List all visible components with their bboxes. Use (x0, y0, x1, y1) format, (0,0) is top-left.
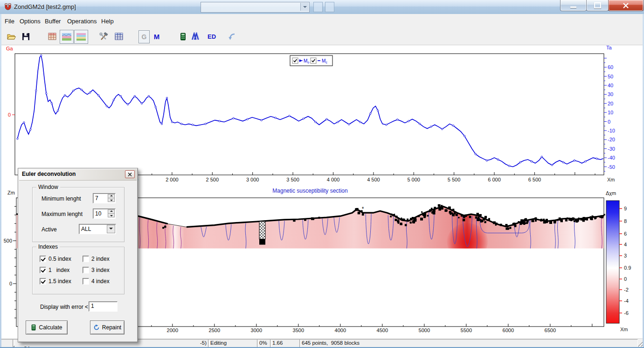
title-bar: ZondGM2d [test2.gmp] (0, 0, 644, 14)
svg-text:5000: 5000 (419, 327, 430, 333)
undo-arrow-icon (228, 33, 236, 41)
svg-text:30: 30 (608, 91, 613, 97)
chevron-down-icon[interactable] (107, 225, 115, 233)
close-icon (623, 3, 629, 8)
svg-text:5 500: 5 500 (448, 177, 461, 182)
dialog-close-button[interactable] (125, 170, 135, 178)
svg-text:Ta: Ta (606, 45, 612, 50)
data-table-button[interactable] (114, 32, 124, 41)
maximize-button[interactable] (586, 0, 609, 11)
save-button[interactable] (21, 32, 30, 41)
calculator-icon (31, 324, 36, 331)
svg-text:0: 0 (624, 276, 627, 282)
legend-checkbox-Mo[interactable] (292, 58, 298, 63)
magnetic-profile-chart[interactable]: 1 5002 0002 5003 0003 5004 0004 5005 000… (0, 45, 644, 184)
checkbox-05-index[interactable]: 0.5 index (40, 256, 71, 262)
inversion-button[interactable] (191, 31, 202, 42)
svg-text:3500: 3500 (293, 327, 304, 333)
svg-text:3 000: 3 000 (246, 177, 259, 182)
close-button[interactable] (608, 0, 644, 11)
model-table-button[interactable] (48, 32, 57, 41)
svg-text:6000: 6000 (503, 327, 514, 333)
refresh-icon (93, 324, 100, 331)
active-label: Active (42, 226, 57, 233)
repaint-button[interactable]: Repaint (90, 320, 125, 334)
checkbox-icon (40, 278, 46, 285)
svg-text:8: 8 (624, 218, 627, 224)
checkbox-3-index[interactable]: 3 index (83, 267, 110, 273)
menu-help[interactable]: Help (99, 17, 116, 26)
svg-text:0.9: 0.9 (624, 265, 631, 271)
error-threshold-input[interactable]: 1 (89, 301, 118, 312)
legend-checkbox-Mc[interactable] (311, 58, 316, 63)
toolbar: G M ED (0, 28, 644, 45)
svg-text:10: 10 (608, 110, 613, 115)
svg-text:2500: 2500 (209, 327, 220, 333)
observed-section-view-button[interactable] (60, 30, 74, 44)
status-coords-right: -5) (200, 340, 207, 346)
profile-plot-frame (15, 54, 604, 175)
euler-deconvolution-dialog: Euler deconvolution Window Minimum lengh… (18, 168, 138, 342)
svg-text:50: 50 (608, 74, 613, 79)
maximum-length-label: Maximum lenght (42, 211, 83, 217)
window-group-label: Window (36, 184, 60, 190)
minimize-button[interactable] (560, 0, 587, 11)
magnetic-mode-button[interactable]: M (152, 32, 161, 41)
minimum-length-spinner[interactable]: 7 (93, 193, 116, 203)
settings-tools-button[interactable] (99, 32, 108, 41)
svg-text:20: 20 (608, 101, 613, 106)
open-file-button[interactable] (7, 32, 16, 41)
maximum-length-spinner[interactable]: 10 (93, 209, 116, 219)
menu-buffer[interactable]: Buffer (43, 17, 62, 26)
checkbox-1-index[interactable]: 1 index (40, 267, 69, 273)
svg-text:3000: 3000 (251, 327, 262, 333)
spin-down-icon[interactable] (108, 198, 115, 202)
colorbar: Δχm986430.90-2-4-6 (606, 190, 631, 323)
calculator-icon (180, 32, 187, 41)
indexes-group-label: Indexes (36, 244, 60, 250)
svg-text:Ga: Ga (6, 46, 14, 51)
svg-text:Xm: Xm (620, 327, 628, 332)
gravity-mode-button[interactable]: G (138, 30, 150, 43)
calculate-forward-button[interactable] (179, 31, 187, 42)
model-section-view-button[interactable] (74, 30, 88, 44)
svg-text:-40: -40 (608, 155, 615, 160)
svg-text:4 500: 4 500 (367, 177, 380, 182)
spin-down-icon[interactable] (108, 213, 115, 217)
app-window: ZondGM2d [test2.gmp] File Options Buffer… (0, 0, 644, 348)
svg-text:0: 0 (608, 119, 610, 125)
euler-deconvolution-button[interactable]: ED (206, 32, 218, 41)
svg-text:3: 3 (624, 253, 627, 258)
checkbox-4-index[interactable]: 4 index (83, 278, 110, 285)
svg-text:6 000: 6 000 (488, 177, 501, 182)
active-select[interactable]: ALL (79, 224, 116, 234)
svg-text:-6: -6 (624, 310, 629, 316)
checkbox-2-index[interactable]: 2 index (83, 256, 110, 262)
svg-text:4 000: 4 000 (327, 177, 340, 182)
error-threshold-label: Display with error < (40, 304, 88, 310)
open-folder-icon (7, 33, 16, 41)
dialog-title: Euler deconvolution (22, 171, 76, 177)
legend-box: MoMc (290, 56, 332, 66)
svg-text:2 000: 2 000 (166, 177, 179, 182)
svg-text:3 500: 3 500 (286, 177, 299, 182)
close-icon (128, 173, 132, 176)
menu-file[interactable]: File (3, 17, 16, 26)
status-scale-panel: 1.66 (270, 339, 301, 348)
undo-button[interactable] (228, 32, 237, 41)
dialog-title-bar[interactable]: Euler deconvolution (19, 169, 137, 181)
svg-text:-4: -4 (624, 298, 629, 304)
svg-text:5 000: 5 000 (407, 177, 420, 182)
window-left-border (0, 14, 1, 347)
menu-options[interactable]: Options (18, 17, 42, 26)
checkbox-15-index[interactable]: 1.5 index (40, 278, 71, 285)
checkbox-icon (83, 278, 89, 285)
checkbox-icon (83, 267, 89, 273)
menu-operations[interactable]: Operations (65, 17, 99, 26)
calculate-button[interactable]: Calculate (26, 320, 68, 334)
borehole-column (259, 222, 265, 245)
svg-text:-30: -30 (608, 146, 615, 152)
svg-text:Xm: Xm (607, 177, 615, 182)
minimize-icon (570, 7, 576, 8)
status-info-panel: 645 points, 9058 blocks (299, 339, 638, 348)
